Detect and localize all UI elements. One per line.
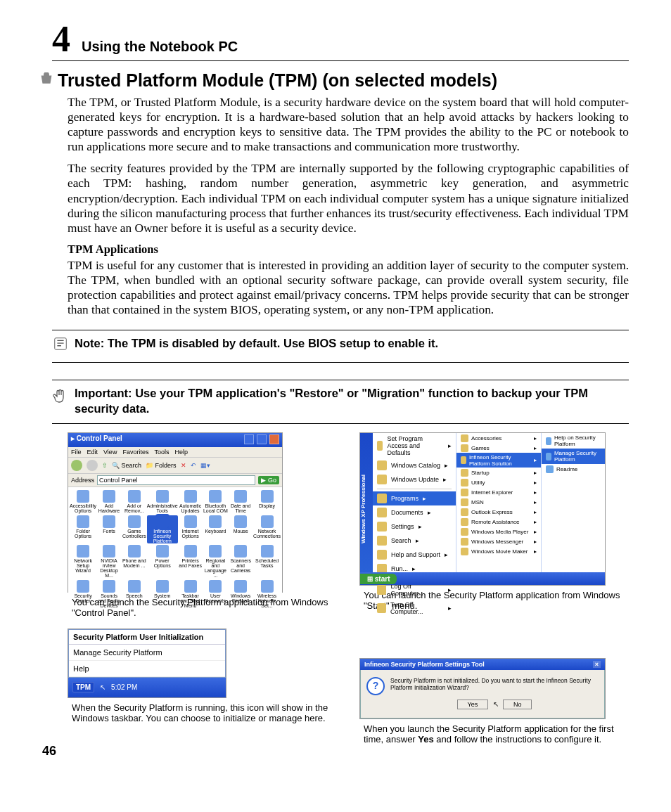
svg-rect-0 (55, 338, 67, 350)
menu-item[interactable]: Utility▸ (456, 477, 541, 487)
start-menu-col2[interactable]: Accessories▸Games▸Infineon Security Plat… (456, 433, 542, 585)
figure-taskbar-popup: Security Platform User Initialization Ma… (68, 629, 226, 698)
dialog-title: Infineon Security Platform Settings Tool (364, 661, 485, 668)
section-title: Trusted Platform Module (TPM) (on select… (58, 70, 497, 91)
control-panel-item[interactable]: Automatic Updates (178, 490, 203, 514)
control-panel-item[interactable]: Display (253, 490, 281, 514)
menu-item[interactable]: Manage Security Platform (542, 449, 605, 464)
forward-icon[interactable] (87, 460, 98, 471)
chapter-number: 4 (52, 21, 70, 58)
menu-item[interactable]: Remote Assistance▸ (456, 517, 541, 527)
cursor-icon: ↖ (100, 683, 106, 691)
search-button[interactable]: 🔍 Search (112, 462, 141, 469)
menu-item[interactable]: Help and Support▸ (373, 548, 456, 562)
note-text: Note: The TPM is disabled by default. Us… (75, 336, 629, 351)
control-panel-item[interactable]: Scheduled Tasks (253, 545, 281, 579)
important-text: Important: Use your TPM application's "R… (75, 386, 629, 416)
control-panel-item[interactable]: Internet Options (178, 515, 203, 544)
close-icon[interactable] (269, 434, 279, 444)
control-panel-item[interactable]: NVIDIA nView Desktop M... (96, 545, 122, 579)
control-panel-item[interactable]: Date and Time (228, 490, 253, 514)
undo-icon[interactable]: ↶ (191, 462, 196, 469)
sub-heading-applications: TPM Applications (68, 243, 629, 257)
address-input[interactable] (97, 475, 255, 485)
important-callout: Important: Use your TPM application's "R… (52, 380, 629, 424)
hand-icon (52, 386, 69, 409)
tpm-tray-icon[interactable]: TPM (72, 682, 94, 692)
delete-icon[interactable]: ✕ (181, 462, 186, 469)
menu-item[interactable]: Startup▸ (456, 468, 541, 477)
control-panel-item[interactable]: Network Connections (253, 515, 281, 544)
start-button[interactable]: ⊞ start (360, 574, 397, 584)
views-icon[interactable]: ▦▾ (200, 462, 210, 469)
body-paragraph-1: The TPM, or Trusted Platform Module, is … (68, 95, 629, 154)
window-title: ▸ Control Panel (71, 434, 122, 446)
menu-item[interactable]: Windows Media Player▸ (456, 527, 541, 536)
up-icon[interactable]: ⇧ (102, 462, 108, 469)
start-menu-col1[interactable]: Set Program Access and Defaults▸Windows … (373, 433, 456, 585)
control-panel-item[interactable]: Keyboard (203, 515, 228, 544)
menubar[interactable]: FileEditViewFavoritesToolsHelp (68, 447, 282, 458)
menu-item[interactable]: Games▸ (456, 443, 541, 453)
control-panel-item[interactable]: Bluetooth Local COM (203, 490, 228, 514)
menu-item[interactable]: Set Program Access and Defaults▸ (373, 433, 456, 458)
control-panel-item[interactable]: Game Controllers (122, 515, 147, 544)
menu-item[interactable]: Internet Explorer▸ (456, 487, 541, 497)
menu-item[interactable]: Programs▸ (373, 491, 456, 505)
control-panel-item[interactable]: Add Hardware (96, 490, 122, 514)
dialog-message: Security Platform is not initialized. Do… (390, 677, 599, 691)
figure-control-panel: ▸ Control Panel FileEditViewFavoritesToo… (68, 432, 283, 593)
toolbar[interactable]: ⇧ 🔍 Search 📁 Folders ✕ ↶ ▦▾ (68, 458, 282, 474)
control-panel-item[interactable]: Folder Options (70, 515, 96, 544)
window-buttons[interactable] (243, 434, 279, 446)
chapter-title: Using the Notebook PC (82, 39, 238, 55)
back-icon[interactable] (71, 460, 82, 471)
menu-item[interactable]: Help on Security Platform (542, 433, 605, 449)
go-button[interactable]: ▶ Go (258, 476, 279, 484)
taskbar-time: 5:02 PM (111, 683, 137, 691)
yes-button[interactable]: Yes (457, 700, 489, 709)
question-icon: ? (366, 677, 385, 695)
figure-d-caption: When you launch the Security Platform ap… (364, 723, 629, 745)
menu-item[interactable]: Outlook Express▸ (456, 507, 541, 517)
menu-item[interactable]: Windows Messenger▸ (456, 536, 541, 546)
figure-c-caption: When the Security Platform is running, t… (72, 702, 337, 724)
start-menu-strip: Windows XP Professional (360, 433, 373, 585)
control-panel-item[interactable]: Scanners and Cameras (228, 545, 253, 579)
dialog-close-icon[interactable]: × (593, 661, 601, 668)
taskbar[interactable]: TPM ↖ 5:02 PM (68, 678, 226, 697)
control-panel-item[interactable]: Phone and Modem ... (122, 545, 147, 579)
control-panel-item[interactable]: Printers and Faxes (178, 545, 203, 579)
start-menu-col3[interactable]: Help on Security PlatformManage Security… (542, 433, 605, 585)
menu-item[interactable]: Accessories▸ (456, 433, 541, 443)
page-number: 46 (42, 744, 56, 759)
popup-title: Security Platform User Initialization (69, 630, 225, 645)
popup-item-manage[interactable]: Manage Security Platform (69, 645, 225, 661)
menu-item[interactable]: Turn Off Computer...▸ (373, 599, 456, 617)
menu-item[interactable]: Infineon Security Platform Solution▸ (456, 453, 541, 468)
control-panel-item[interactable]: Infineon Security Platform (147, 515, 178, 544)
minimize-icon[interactable] (244, 434, 254, 444)
maximize-icon[interactable] (257, 434, 267, 444)
menu-item[interactable]: Windows Movie Maker▸ (456, 546, 541, 556)
body-paragraph-3: TPM is useful for any customer that is i… (68, 258, 629, 317)
menu-item[interactable]: Windows Catalog▸ (373, 458, 456, 472)
control-panel-item[interactable]: Network Setup Wizard (70, 545, 96, 579)
control-panel-item[interactable]: Fonts (96, 515, 122, 544)
no-button[interactable]: No (503, 700, 532, 709)
control-panel-icons[interactable]: Accessibility OptionsAdd HardwareAdd or … (68, 487, 282, 611)
menu-item[interactable]: Documents▸ (373, 505, 456, 520)
menu-item[interactable]: MSN▸ (456, 497, 541, 507)
folders-button[interactable]: 📁 Folders (146, 462, 177, 469)
menu-item[interactable]: Windows Update▸ (373, 472, 456, 486)
menu-item[interactable]: Readme (542, 464, 605, 475)
control-panel-item[interactable]: Mouse (228, 515, 253, 544)
menu-item[interactable]: Search▸ (373, 534, 456, 548)
control-panel-item[interactable]: Accessibility Options (70, 490, 96, 514)
popup-item-help[interactable]: Help (69, 661, 225, 677)
menu-item[interactable]: Settings▸ (373, 520, 456, 534)
control-panel-item[interactable]: Regional and Language ... (203, 545, 228, 579)
control-panel-item[interactable]: Add or Remov... (122, 490, 147, 514)
control-panel-item[interactable]: Administrative Tools (147, 490, 178, 514)
control-panel-item[interactable]: Power Options (147, 545, 178, 579)
